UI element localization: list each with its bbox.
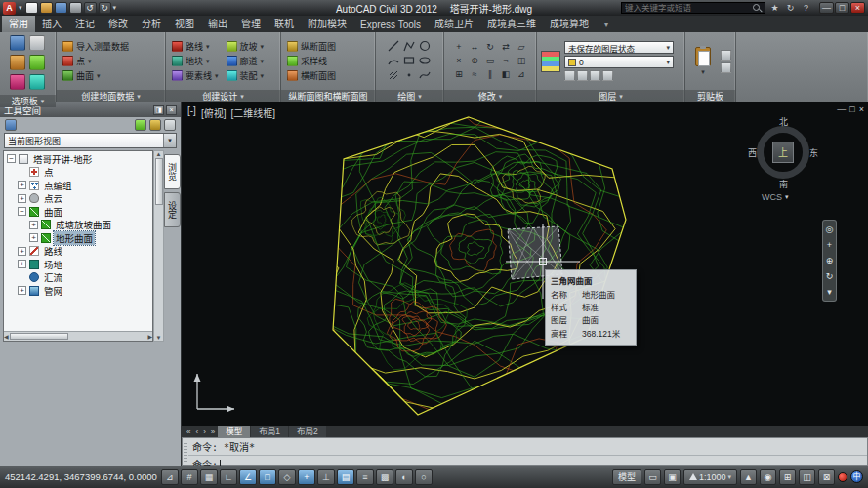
quick-view-layouts-button[interactable]: ▭ [644, 469, 661, 485]
scale-tool-icon[interactable]: ▭ [483, 55, 498, 67]
tab-custom-1[interactable]: 成绩卫片 [428, 14, 480, 32]
break-tool-icon[interactable]: ∥ [483, 68, 498, 81]
tab-express-tools[interactable]: Express Tools [353, 18, 428, 32]
grid-toggle[interactable]: ▦ [200, 469, 218, 485]
ime-chinese-badge[interactable]: 中 [850, 470, 863, 483]
toolspace-autohide-icon[interactable]: ◨ [153, 105, 164, 115]
help-icon[interactable]: ? [800, 3, 812, 13]
lineweight-toggle[interactable]: ≡ [356, 469, 374, 485]
explode-tool-icon[interactable]: ⊞ [452, 68, 467, 81]
current-layer-dropdown[interactable]: 0 ▾ [564, 56, 674, 68]
tab-insert[interactable]: 插入 [35, 14, 68, 32]
expand-icon[interactable]: + [29, 221, 38, 229]
import-survey-data-button[interactable]: 导入测量数据 [61, 40, 131, 54]
toolspace-tab-prospector[interactable]: 浏览 [164, 154, 181, 189]
tab-annotate[interactable]: 注记 [68, 14, 102, 32]
tree-item-point-groups[interactable]: + 点编组 [4, 179, 152, 192]
feature-line-button[interactable]: 要素线 ▾ [170, 69, 221, 83]
viewcube-east-label[interactable]: 东 [809, 146, 818, 159]
paste-button[interactable]: ▾ [695, 47, 711, 76]
steering-wheel-icon[interactable]: ◎ [826, 224, 834, 234]
tree-item-points[interactable]: 点 [4, 166, 152, 180]
properties-palette-icon[interactable] [29, 35, 45, 51]
app-menu-arrow-icon[interactable]: ▾ [19, 4, 22, 12]
snap-toggle[interactable]: # [181, 469, 198, 485]
infer-constraints-toggle[interactable]: ⊿ [161, 469, 179, 485]
ellipse-tool-icon[interactable] [418, 55, 432, 67]
navbar-more-icon[interactable]: ▾ [827, 287, 832, 297]
minimize-button[interactable]: — [819, 2, 834, 14]
trim-tool-icon[interactable]: ¬ [499, 55, 514, 67]
offset-tool-icon[interactable]: ▱ [515, 41, 529, 54]
redo-icon[interactable]: ↻ [99, 2, 111, 14]
lock-ui-button[interactable]: ◫ [799, 469, 815, 485]
panel-label-clipboard[interactable]: 剪贴板 [685, 90, 735, 102]
tab-analyze[interactable]: 分析 [135, 14, 168, 32]
tab-custom-3[interactable]: 成境算地 [543, 14, 596, 32]
ducs-toggle[interactable]: ⊥ [317, 469, 335, 485]
search-input[interactable] [625, 3, 751, 13]
annotation-scale-button[interactable]: 1:1000 ▾ [683, 469, 737, 485]
measure-tool-icon[interactable]: ⊿ [515, 68, 529, 81]
panel-label-profiles[interactable]: 纵断面图和横断面图 [281, 90, 375, 102]
close-button[interactable]: × [850, 2, 865, 14]
rotate-tool-icon[interactable]: ↻ [483, 41, 498, 54]
mirror-tool-icon[interactable]: ⇄ [499, 41, 514, 54]
save-icon[interactable] [55, 2, 67, 14]
layer-properties-icon[interactable] [541, 51, 560, 72]
inquiry-palette-icon[interactable] [10, 74, 25, 90]
layer-state-dropdown[interactable]: 未保存的图层状态 ▾ [564, 41, 674, 54]
parcel-button[interactable]: 地块 ▾ [170, 55, 221, 68]
autoscale-button[interactable]: ◉ [760, 469, 776, 485]
drawing-viewport[interactable]: [-] [俯视] [二维线框] — □ × 北 西 东 南 上 WCS ▾ ◎ … [182, 102, 868, 426]
prospector-refresh-icon[interactable] [5, 119, 17, 131]
qat-customize-icon[interactable]: ▾ [113, 4, 117, 12]
panel-label-modify[interactable]: 修改 ▾ [444, 90, 536, 102]
doc-close-icon[interactable]: × [859, 104, 864, 114]
ribbon-minimize-icon[interactable]: ▾ [600, 18, 612, 32]
polar-toggle[interactable]: ∠ [239, 469, 257, 485]
tab-model[interactable]: 模型 [218, 426, 250, 437]
zoom-icon[interactable]: ⊕ [826, 256, 834, 265]
tree-item-point-clouds[interactable]: + 点云 [4, 192, 152, 206]
hatch-tool-icon[interactable] [387, 69, 400, 82]
panel-label-design[interactable]: 创建设计 ▾ [166, 90, 280, 102]
panel-label-draw[interactable]: 绘图 ▾ [376, 90, 443, 102]
expand-icon[interactable]: + [18, 286, 26, 295]
layer-freeze-icon[interactable] [577, 70, 588, 81]
tree-item-catchments[interactable]: 汇流 [4, 271, 152, 285]
quickprops-toggle[interactable]: ◐ [395, 469, 413, 485]
expand-icon[interactable]: + [18, 181, 26, 189]
scroll-left-icon[interactable]: ◀ [4, 333, 9, 340]
expand-icon[interactable]: + [18, 247, 26, 256]
new-file-icon[interactable] [25, 2, 38, 14]
panel-label-layers[interactable]: 图层 ▾ [537, 90, 684, 102]
point-tool-icon[interactable] [402, 69, 416, 82]
arc-tool-icon[interactable] [387, 55, 400, 67]
tab-layout1[interactable]: 布局1 [251, 426, 288, 437]
expand-icon[interactable]: + [18, 260, 26, 268]
spline-tool-icon[interactable] [418, 69, 432, 82]
vscroll-thumb[interactable] [155, 158, 163, 205]
collapse-icon[interactable]: − [18, 207, 26, 216]
tab-modify[interactable]: 修改 [102, 14, 135, 32]
command-window[interactable]: 命令: *取消* 命令: [182, 437, 868, 466]
grading-button[interactable]: 放坡 ▾ [225, 40, 267, 54]
alignment-button[interactable]: 路线 ▾ [170, 40, 221, 54]
scroll-up-icon[interactable]: ▲ [156, 151, 162, 157]
tree-item-pipe-networks[interactable]: + 管网 [4, 284, 152, 298]
annotation-visibility-button[interactable]: ▲ [740, 469, 757, 485]
corridor-button[interactable]: 廊道 ▾ [225, 55, 267, 68]
rectangle-tool-icon[interactable] [402, 55, 416, 67]
fillet-tool-icon[interactable]: ◫ [515, 55, 529, 67]
assembly-button[interactable]: 装配 ▾ [225, 69, 267, 83]
expand-icon[interactable]: + [18, 194, 26, 203]
viewcube-top-face[interactable]: 上 [772, 142, 794, 163]
event-viewer-icon[interactable] [29, 74, 45, 90]
undo-icon[interactable]: ↺ [84, 2, 97, 14]
layer-off-icon[interactable] [590, 70, 600, 81]
tab-home[interactable]: 常用 [2, 14, 35, 32]
scroll-down-icon[interactable]: ▼ [156, 335, 162, 341]
viewport-menu-control[interactable]: [-] [187, 105, 196, 120]
first-tab-icon[interactable]: « [185, 427, 192, 436]
